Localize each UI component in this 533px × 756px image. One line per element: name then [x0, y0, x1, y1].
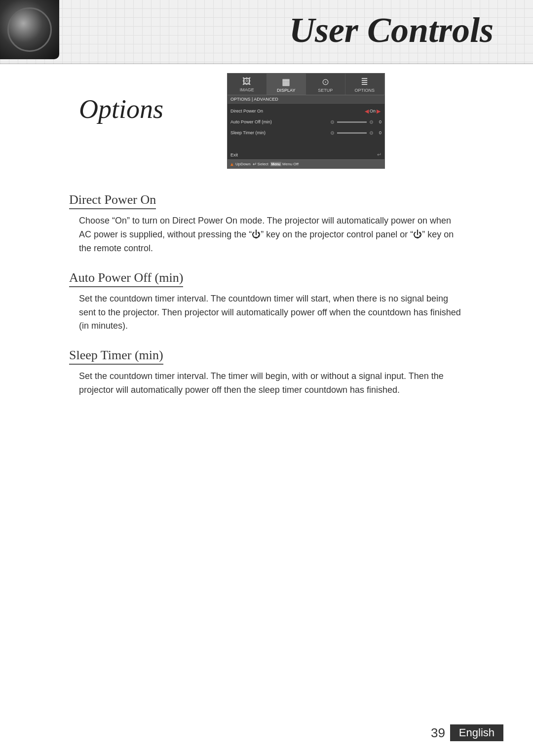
page-header: User Controls: [0, 0, 533, 64]
menu-panel: 🖼 IMAGE ▦ DISPLAY ⊙ SETUP ≣ OPTIONS OPTI…: [227, 73, 385, 169]
exit-label: Exit: [230, 152, 377, 157]
heading-sleep-timer: Sleep Timer (min): [69, 348, 163, 365]
page-number: 39: [431, 725, 445, 741]
sleep-timer-gear2: ⚙: [369, 130, 374, 136]
heading-direct-power-on: Direct Power On: [69, 192, 156, 209]
setup-icon: ⊙: [307, 76, 344, 87]
direct-power-on-value: On: [370, 109, 376, 113]
nav-select[interactable]: ↵ Select: [253, 161, 268, 167]
auto-power-off-gear: ⚙: [330, 119, 335, 125]
section-title-options: Options: [79, 94, 163, 124]
menu-breadcrumb: OPTIONS | ADVANCED: [228, 95, 384, 104]
tab-options[interactable]: ≣ OPTIONS: [345, 74, 385, 95]
body-auto-power-off: Set the countdown timer interval. The co…: [79, 292, 464, 334]
sleep-timer-label: Sleep Timer (min): [230, 130, 329, 135]
tab-image[interactable]: 🖼 IMAGE: [228, 74, 267, 95]
footer: 39 English: [431, 724, 503, 741]
tab-setup[interactable]: ⊙ SETUP: [306, 74, 345, 95]
image-icon: 🖼: [228, 76, 266, 87]
menu-exit-row: Exit ↵: [228, 150, 384, 159]
sleep-timer-bar: [337, 132, 367, 134]
nav-menu-off[interactable]: Menu Menu Off: [270, 161, 299, 167]
direct-power-on-left-arrow[interactable]: ◀: [365, 108, 369, 114]
tab-setup-label: SETUP: [318, 88, 333, 93]
section-auto-power-off: Auto Power Off (min) Set the countdown t…: [69, 270, 464, 334]
menu-rows: Direct Power On ◀ On ▶ Auto Power Off (m…: [228, 104, 384, 140]
menu-tabs: 🖼 IMAGE ▦ DISPLAY ⊙ SETUP ≣ OPTIONS: [228, 74, 384, 95]
direct-power-on-right-arrow[interactable]: ▶: [377, 108, 381, 114]
exit-icon[interactable]: ↵: [377, 151, 381, 158]
menu-row-auto-power-off: Auto Power Off (min) ⚙ ⚙ 0: [228, 116, 384, 127]
nav-updown[interactable]: ▲ UpDown: [229, 161, 251, 167]
language-badge: English: [450, 724, 503, 741]
updown-label: UpDown: [235, 162, 251, 166]
select-icon: ↵: [253, 161, 257, 167]
auto-power-off-gear2: ⚙: [369, 119, 374, 125]
menu-row-direct-power-on: Direct Power On ◀ On ▶: [228, 106, 384, 116]
auto-power-off-value: 0: [375, 119, 381, 124]
heading-auto-power-off: Auto Power Off (min): [69, 270, 183, 287]
menu-navbar: ▲ UpDown ↵ Select Menu Menu Off: [228, 159, 384, 168]
lens-image: [0, 0, 59, 59]
menu-row-sleep-timer: Sleep Timer (min) ⚙ ⚙ 0: [228, 127, 384, 138]
auto-power-off-label: Auto Power Off (min): [230, 119, 329, 124]
updown-icon: ▲: [229, 161, 234, 167]
tab-image-label: IMAGE: [240, 87, 254, 92]
menu-box-icon: Menu: [270, 162, 281, 166]
section-direct-power-on: Direct Power On Choose “On” to turn on D…: [69, 192, 464, 256]
auto-power-off-bar: [337, 121, 367, 123]
select-label: Select: [258, 162, 268, 166]
direct-power-on-label: Direct Power On: [230, 109, 364, 113]
body-direct-power-on: Choose “On” to turn on Direct Power On m…: [79, 214, 464, 256]
section-sleep-timer: Sleep Timer (min) Set the countdown time…: [69, 348, 464, 397]
tab-options-label: OPTIONS: [354, 88, 375, 93]
lens-circle: [7, 7, 52, 52]
display-icon: ▦: [268, 76, 305, 87]
menu-off-label: Menu Off: [282, 162, 299, 166]
sleep-timer-gear: ⚙: [330, 130, 335, 136]
main-content: Direct Power On Choose “On” to turn on D…: [69, 192, 464, 412]
tab-display[interactable]: ▦ DISPLAY: [267, 74, 306, 95]
body-sleep-timer: Set the countdown timer interval. The ti…: [79, 370, 464, 397]
tab-display-label: DISPLAY: [277, 88, 295, 93]
sleep-timer-value: 0: [375, 130, 381, 135]
page-title: User Controls: [289, 10, 494, 51]
options-icon: ≣: [346, 76, 383, 87]
